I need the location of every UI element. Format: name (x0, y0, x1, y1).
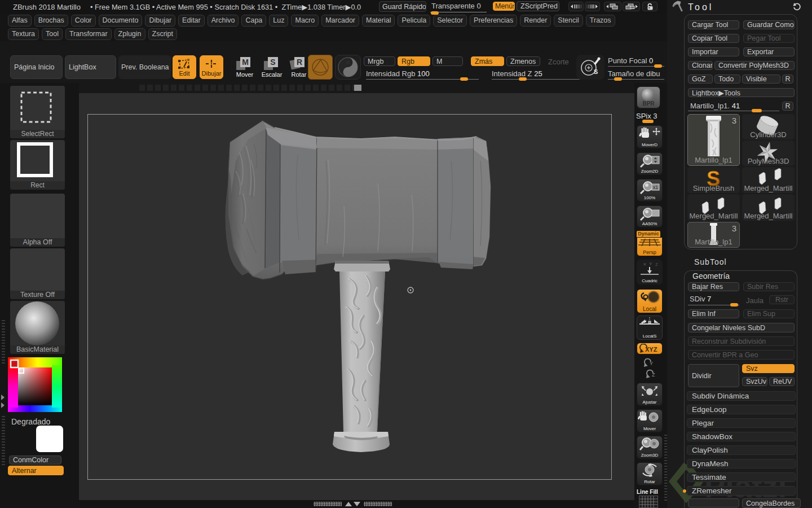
svg-text:Y: Y (650, 361, 653, 366)
svg-text:Z: Z (652, 372, 655, 378)
svg-text:R: R (297, 58, 302, 67)
svg-text:M: M (242, 58, 249, 67)
svg-text:S: S (270, 58, 275, 67)
svg-text:✕: ✕ (643, 262, 647, 267)
svg-text:XYZ: XYZ (645, 346, 657, 353)
svg-text:x1: x1 (653, 185, 659, 190)
svg-text:Z: Z (655, 262, 658, 267)
svg-text:S: S (594, 68, 598, 75)
svg-text:Y: Y (649, 261, 652, 266)
